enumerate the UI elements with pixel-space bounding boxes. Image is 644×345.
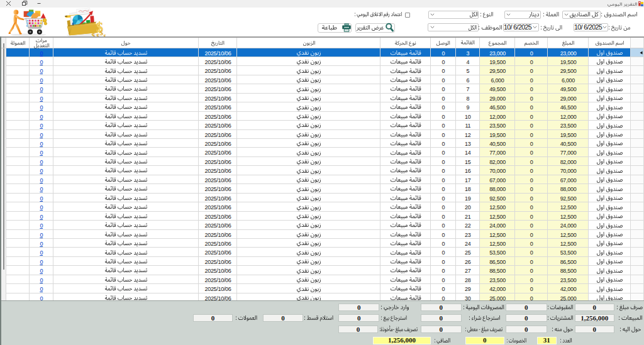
svg-text:$: $ [100, 30, 103, 36]
